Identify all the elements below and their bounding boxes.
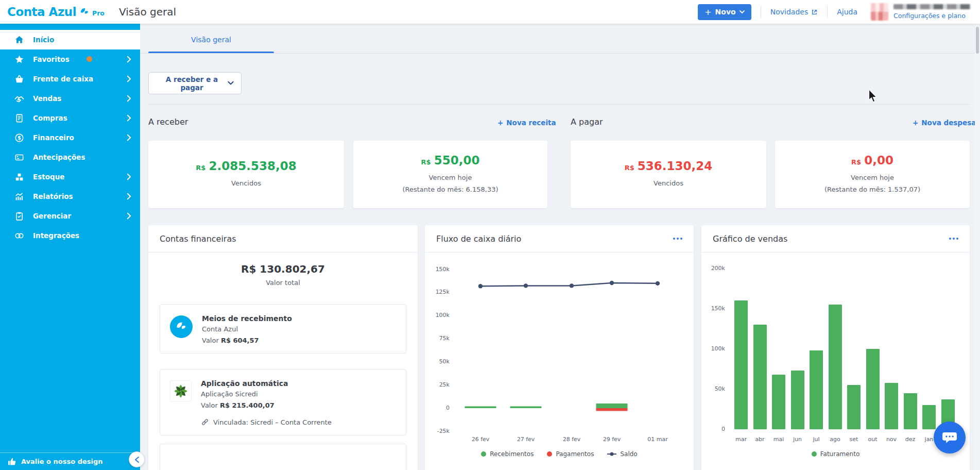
main-content: Visão geral A receber e a pagar A recebe… [140,24,980,470]
x-tick: ago [825,436,846,443]
summary-card: R$536.130,24Vencidos [571,141,766,208]
tab-visao-geral[interactable]: Visão geral [148,36,274,44]
conta-azul-logo-icon [79,7,90,17]
conta-azul-logo[interactable]: Conta Azul Pro [7,5,105,19]
faturamento-dot-icon [812,451,817,457]
accounts-total-value: R$ 130.802,67 [148,263,418,275]
chevron-left-icon [134,456,140,463]
x-tick: out [863,436,883,443]
receivables-title: A receber [148,117,188,127]
y-tick: 150k [701,305,725,312]
chevron-right-icon [127,134,131,141]
dollar-icon: $ [14,132,24,143]
x-tick: mai [768,436,789,443]
saldo-line-icon [607,451,616,457]
sidebar-item-antecipacoes[interactable]: Antecipações [0,147,140,167]
bar-jul[interactable] [810,350,823,429]
panel-header: Contas financeiras [148,225,418,253]
bar-ago[interactable] [829,305,842,429]
sidebar-item-gerenciar[interactable]: Gerenciar [0,206,140,226]
clipboard-icon [14,211,24,221]
panel-menu-ellipsis-icon[interactable] [673,236,682,242]
sidebar-item-compras[interactable]: Compras [0,108,140,128]
chat-widget-button[interactable] [934,422,966,454]
account-card[interactable]: Aplicação automáticaAplicação SicrediVal… [160,369,406,435]
boxes-icon [14,172,24,182]
card-icon [14,152,24,162]
sidebar-nav: InícioFavoritosFrente de caixaVendasComp… [0,24,140,245]
x-tick: dez [900,436,921,443]
scrollbar-thumb[interactable] [976,27,979,54]
nova-despesa-link[interactable]: + Nova despesa [913,119,976,127]
user-info: Configurações e plano [893,4,971,20]
sidebar-item-relatorios[interactable]: Relatórios [0,187,140,206]
x-tick: 26 fev [462,436,498,443]
sidebar-collapse-button[interactable] [129,451,145,467]
cashflow-panel: Fluxo de caixa diário 150k125k100k75k50k… [425,225,694,470]
accounts-list: Meios de recebimentoConta AzulValor R$ 6… [148,304,418,435]
sidebar-item-financeiro[interactable]: $Financeiro [0,128,140,147]
top-header: Conta Azul Pro Visão geral + Novo Novida… [0,0,980,24]
chart-legend: Faturamento [701,450,970,458]
payables-title: A pagar [571,117,603,127]
basket-icon [14,74,24,84]
novo-button[interactable]: + Novo [698,4,751,20]
user-name-redacted [893,4,971,9]
summary-card: R$0,00Vencem hoje(Restante do mês: 1.537… [775,141,970,208]
bar-dez[interactable] [904,393,917,429]
chart-legend: RecebimentosPagamentosSaldo [425,450,694,458]
panel-header: Gráfico de vendas [701,225,970,253]
chevron-right-icon [127,212,131,220]
handshake-icon [14,93,24,104]
logo-pro-badge: Pro [92,9,105,17]
ajuda-link[interactable]: Ajuda [837,8,857,16]
sales-chart: 200k150k100k50k0marabrmaijunjulagosetout… [701,253,970,470]
chevron-down-icon [228,81,234,86]
legend-recebimentos[interactable]: Recebimentos [481,450,534,458]
purchase-icon [14,113,24,123]
svg-text:$: $ [18,135,21,140]
accounts-panel: Contas financeiras R$ 130.802,67 Valor t… [148,225,418,470]
legend-faturamento[interactable]: Faturamento [812,450,859,458]
bar-set[interactable] [847,385,861,429]
recebimentos-dot-icon [481,451,486,457]
sidebar-item-frente-de-caixa[interactable]: Frente de caixa [0,69,140,89]
x-tick: 29 fev [594,436,630,443]
novidades-link[interactable]: Novidades [770,8,818,16]
bar-out[interactable] [866,349,880,429]
chevron-right-icon [127,75,131,82]
bar-mar[interactable] [734,300,748,429]
bar-jan[interactable] [922,405,936,429]
panel-header: Fluxo de caixa diário [425,225,694,253]
legend-saldo[interactable]: Saldo [607,450,637,458]
sidebar-item-estoque[interactable]: Estoque [0,167,140,187]
plus-icon: + [704,7,711,17]
avatar[interactable] [871,3,888,21]
chevron-right-icon [127,56,131,63]
vertical-scrollbar[interactable] [975,24,980,470]
filter-dropdown[interactable]: A receber e a pagar [148,72,242,94]
divider [827,6,828,18]
config-link[interactable]: Configurações e plano [893,12,966,20]
notification-dot [87,56,92,62]
sidebar-item-inicio[interactable]: Início [0,30,140,49]
sidebar-item-favoritos[interactable]: Favoritos [0,49,140,69]
bar-jun[interactable] [791,371,804,429]
account-card-partial[interactable] [160,444,406,470]
sidebar-item-integracoes[interactable]: Integrações [0,226,140,245]
pagamentos-dot-icon [547,451,552,457]
bar-mai[interactable] [772,375,785,429]
account-card[interactable]: Meios de recebimentoConta AzulValor R$ 6… [160,304,406,354]
external-link-icon [811,9,818,15]
bar-nov[interactable] [885,383,898,430]
y-tick: 0 [701,426,725,432]
bar-abr[interactable] [753,325,767,429]
rate-design-button[interactable]: Avalie o nosso design [0,452,140,470]
panel-menu-ellipsis-icon[interactable] [949,236,958,242]
plus-icon: + [913,119,918,127]
chevron-down-icon [740,10,745,14]
summary-card: R$2.085.538,08Vencidos [148,141,344,208]
sidebar-item-vendas[interactable]: Vendas [0,89,140,108]
legend-pagamentos[interactable]: Pagamentos [547,450,594,458]
nova-receita-link[interactable]: + Nova receita [497,119,556,127]
